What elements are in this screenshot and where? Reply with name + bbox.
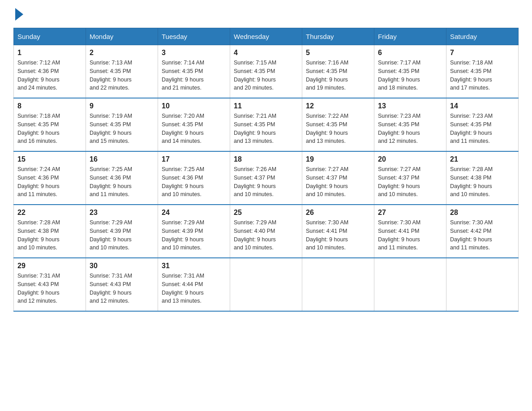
calendar-day-cell: 28 Sunrise: 7:30 AM Sunset: 4:42 PM Dayl… bbox=[446, 205, 519, 258]
day-number: 22 bbox=[17, 209, 82, 217]
calendar-day-cell bbox=[302, 258, 374, 311]
day-info: Sunrise: 7:25 AM Sunset: 4:36 PM Dayligh… bbox=[90, 165, 154, 199]
day-number: 23 bbox=[90, 209, 154, 217]
day-info: Sunrise: 7:24 AM Sunset: 4:36 PM Dayligh… bbox=[17, 165, 82, 199]
calendar-day-cell: 23 Sunrise: 7:29 AM Sunset: 4:39 PM Dayl… bbox=[86, 205, 158, 258]
day-number: 12 bbox=[306, 102, 370, 110]
day-info: Sunrise: 7:25 AM Sunset: 4:36 PM Dayligh… bbox=[162, 165, 226, 199]
day-number: 2 bbox=[90, 49, 154, 57]
day-info: Sunrise: 7:31 AM Sunset: 4:43 PM Dayligh… bbox=[90, 272, 154, 305]
day-number: 16 bbox=[90, 155, 154, 163]
calendar-day-cell: 10 Sunrise: 7:20 AM Sunset: 4:35 PM Dayl… bbox=[158, 98, 230, 151]
day-info: Sunrise: 7:22 AM Sunset: 4:35 PM Dayligh… bbox=[306, 112, 370, 146]
day-of-week-header: Monday bbox=[86, 28, 158, 45]
day-info: Sunrise: 7:29 AM Sunset: 4:40 PM Dayligh… bbox=[234, 218, 298, 252]
calendar-day-cell: 19 Sunrise: 7:27 AM Sunset: 4:37 PM Dayl… bbox=[302, 151, 374, 205]
calendar-day-cell: 4 Sunrise: 7:15 AM Sunset: 4:35 PM Dayli… bbox=[230, 45, 302, 98]
day-number: 15 bbox=[17, 155, 82, 163]
calendar-day-cell: 25 Sunrise: 7:29 AM Sunset: 4:40 PM Dayl… bbox=[230, 205, 302, 258]
day-number: 31 bbox=[162, 262, 226, 270]
day-info: Sunrise: 7:17 AM Sunset: 4:35 PM Dayligh… bbox=[378, 59, 442, 92]
calendar-day-cell bbox=[230, 258, 302, 311]
calendar-day-cell: 15 Sunrise: 7:24 AM Sunset: 4:36 PM Dayl… bbox=[14, 151, 86, 205]
day-number: 5 bbox=[306, 49, 370, 57]
calendar-day-cell: 31 Sunrise: 7:31 AM Sunset: 4:44 PM Dayl… bbox=[158, 258, 230, 311]
day-of-week-header: Thursday bbox=[302, 28, 374, 45]
day-info: Sunrise: 7:29 AM Sunset: 4:39 PM Dayligh… bbox=[90, 218, 154, 252]
day-number: 6 bbox=[378, 49, 442, 57]
calendar-day-cell: 24 Sunrise: 7:29 AM Sunset: 4:39 PM Dayl… bbox=[158, 205, 230, 258]
day-number: 1 bbox=[17, 49, 82, 57]
calendar-day-cell: 8 Sunrise: 7:18 AM Sunset: 4:35 PM Dayli… bbox=[14, 98, 86, 151]
day-of-week-header: Wednesday bbox=[230, 28, 302, 45]
day-of-week-header: Sunday bbox=[14, 28, 86, 45]
day-info: Sunrise: 7:31 AM Sunset: 4:43 PM Dayligh… bbox=[17, 272, 82, 305]
day-info: Sunrise: 7:19 AM Sunset: 4:35 PM Dayligh… bbox=[90, 112, 154, 146]
day-info: Sunrise: 7:12 AM Sunset: 4:36 PM Dayligh… bbox=[17, 59, 82, 92]
calendar-day-cell: 11 Sunrise: 7:21 AM Sunset: 4:35 PM Dayl… bbox=[230, 98, 302, 151]
calendar-day-cell: 12 Sunrise: 7:22 AM Sunset: 4:35 PM Dayl… bbox=[302, 98, 374, 151]
logo-arrow-icon bbox=[15, 8, 23, 21]
calendar-day-cell: 26 Sunrise: 7:30 AM Sunset: 4:41 PM Dayl… bbox=[302, 205, 374, 258]
day-number: 24 bbox=[162, 209, 226, 217]
day-info: Sunrise: 7:20 AM Sunset: 4:35 PM Dayligh… bbox=[162, 112, 226, 146]
day-info: Sunrise: 7:26 AM Sunset: 4:37 PM Dayligh… bbox=[234, 165, 298, 199]
calendar-day-cell: 17 Sunrise: 7:25 AM Sunset: 4:36 PM Dayl… bbox=[158, 151, 230, 205]
day-of-week-header: Friday bbox=[374, 28, 446, 45]
day-info: Sunrise: 7:23 AM Sunset: 4:35 PM Dayligh… bbox=[378, 112, 442, 146]
day-number: 20 bbox=[378, 155, 442, 163]
calendar-week-row: 8 Sunrise: 7:18 AM Sunset: 4:35 PM Dayli… bbox=[14, 98, 519, 151]
day-info: Sunrise: 7:13 AM Sunset: 4:35 PM Dayligh… bbox=[90, 59, 154, 92]
calendar-header-row: SundayMondayTuesdayWednesdayThursdayFrid… bbox=[14, 28, 519, 45]
day-number: 7 bbox=[450, 49, 515, 57]
day-info: Sunrise: 7:27 AM Sunset: 4:37 PM Dayligh… bbox=[306, 165, 370, 199]
calendar-day-cell: 20 Sunrise: 7:27 AM Sunset: 4:37 PM Dayl… bbox=[374, 151, 446, 205]
day-number: 13 bbox=[378, 102, 442, 110]
day-number: 27 bbox=[378, 209, 442, 217]
calendar-day-cell: 13 Sunrise: 7:23 AM Sunset: 4:35 PM Dayl… bbox=[374, 98, 446, 151]
day-info: Sunrise: 7:18 AM Sunset: 4:35 PM Dayligh… bbox=[450, 59, 515, 92]
day-info: Sunrise: 7:30 AM Sunset: 4:42 PM Dayligh… bbox=[450, 218, 515, 252]
day-number: 9 bbox=[90, 102, 154, 110]
calendar-day-cell bbox=[446, 258, 519, 311]
page-header bbox=[13, 9, 519, 19]
calendar-day-cell: 21 Sunrise: 7:28 AM Sunset: 4:38 PM Dayl… bbox=[446, 151, 519, 205]
calendar-day-cell: 3 Sunrise: 7:14 AM Sunset: 4:35 PM Dayli… bbox=[158, 45, 230, 98]
day-of-week-header: Tuesday bbox=[158, 28, 230, 45]
day-info: Sunrise: 7:21 AM Sunset: 4:35 PM Dayligh… bbox=[234, 112, 298, 146]
day-number: 19 bbox=[306, 155, 370, 163]
day-number: 3 bbox=[162, 49, 226, 57]
calendar-day-cell: 6 Sunrise: 7:17 AM Sunset: 4:35 PM Dayli… bbox=[374, 45, 446, 98]
day-info: Sunrise: 7:30 AM Sunset: 4:41 PM Dayligh… bbox=[378, 218, 442, 252]
calendar-day-cell: 5 Sunrise: 7:16 AM Sunset: 4:35 PM Dayli… bbox=[302, 45, 374, 98]
day-info: Sunrise: 7:16 AM Sunset: 4:35 PM Dayligh… bbox=[306, 59, 370, 92]
day-info: Sunrise: 7:31 AM Sunset: 4:44 PM Dayligh… bbox=[162, 272, 226, 305]
calendar-week-row: 29 Sunrise: 7:31 AM Sunset: 4:43 PM Dayl… bbox=[14, 258, 519, 311]
day-number: 11 bbox=[234, 102, 298, 110]
day-info: Sunrise: 7:27 AM Sunset: 4:37 PM Dayligh… bbox=[378, 165, 442, 199]
day-number: 25 bbox=[234, 209, 298, 217]
day-number: 21 bbox=[450, 155, 515, 163]
day-info: Sunrise: 7:30 AM Sunset: 4:41 PM Dayligh… bbox=[306, 218, 370, 252]
calendar-week-row: 1 Sunrise: 7:12 AM Sunset: 4:36 PM Dayli… bbox=[14, 45, 519, 98]
day-info: Sunrise: 7:28 AM Sunset: 4:38 PM Dayligh… bbox=[17, 218, 82, 252]
day-number: 26 bbox=[306, 209, 370, 217]
calendar-day-cell: 29 Sunrise: 7:31 AM Sunset: 4:43 PM Dayl… bbox=[14, 258, 86, 311]
calendar-day-cell: 7 Sunrise: 7:18 AM Sunset: 4:35 PM Dayli… bbox=[446, 45, 519, 98]
day-info: Sunrise: 7:15 AM Sunset: 4:35 PM Dayligh… bbox=[234, 59, 298, 92]
calendar-day-cell: 14 Sunrise: 7:23 AM Sunset: 4:35 PM Dayl… bbox=[446, 98, 519, 151]
calendar-week-row: 15 Sunrise: 7:24 AM Sunset: 4:36 PM Dayl… bbox=[14, 151, 519, 205]
calendar-table: SundayMondayTuesdayWednesdayThursdayFrid… bbox=[13, 28, 519, 312]
calendar-day-cell: 18 Sunrise: 7:26 AM Sunset: 4:37 PM Dayl… bbox=[230, 151, 302, 205]
day-number: 14 bbox=[450, 102, 515, 110]
day-info: Sunrise: 7:29 AM Sunset: 4:39 PM Dayligh… bbox=[162, 218, 226, 252]
day-number: 4 bbox=[234, 49, 298, 57]
day-info: Sunrise: 7:18 AM Sunset: 4:35 PM Dayligh… bbox=[17, 112, 82, 146]
calendar-day-cell: 30 Sunrise: 7:31 AM Sunset: 4:43 PM Dayl… bbox=[86, 258, 158, 311]
day-info: Sunrise: 7:23 AM Sunset: 4:35 PM Dayligh… bbox=[450, 112, 515, 146]
day-of-week-header: Saturday bbox=[446, 28, 519, 45]
day-number: 28 bbox=[450, 209, 515, 217]
calendar-day-cell: 9 Sunrise: 7:19 AM Sunset: 4:35 PM Dayli… bbox=[86, 98, 158, 151]
day-number: 29 bbox=[17, 262, 82, 270]
day-info: Sunrise: 7:28 AM Sunset: 4:38 PM Dayligh… bbox=[450, 165, 515, 199]
